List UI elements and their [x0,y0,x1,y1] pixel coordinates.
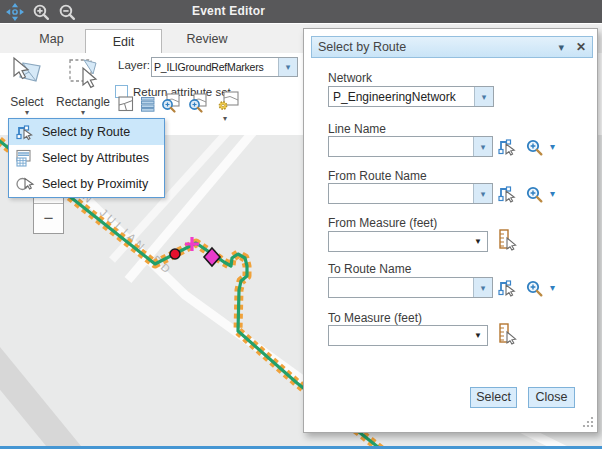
zoom-to-selection-icon[interactable] [160,93,182,113]
from-route-zoom-caret[interactable]: ▾ [550,188,555,199]
menu-item-select-by-attributes[interactable]: Select by Attributes [9,145,164,171]
layer-dropdown[interactable]: ▾ [151,57,298,77]
from-route-zoom-icon[interactable] [526,186,543,203]
close-button[interactable]: Close [528,387,575,408]
zoom-in-icon[interactable] [32,3,50,21]
close-icon[interactable]: ✕ [576,40,586,54]
to-measure-pick-icon[interactable] [498,323,517,346]
select-by-attributes-icon [15,149,35,167]
menu-item-select-by-route[interactable]: Select by Route [9,119,164,145]
layer-label: Layer: [118,59,150,71]
line-zoom-caret[interactable]: ▾ [550,141,555,152]
zoom-out-icon[interactable] [58,3,76,21]
menu-item-label: Select by Route [42,125,130,139]
to-route-zoom-caret[interactable]: ▾ [550,282,555,293]
pan-to-selection-icon[interactable] [187,93,209,113]
from-measure-pick-icon[interactable] [498,229,517,252]
select-by-route-icon [15,123,35,141]
to-measure-dropdown-arrow[interactable]: ▼ [469,326,487,345]
event-editor-window: N JULIAN RD + − Event Editor Map [0,0,602,449]
line-name-dropdown-arrow[interactable]: ▾ [473,137,492,156]
selection-list-icon[interactable] [140,96,156,112]
select-by-route-dialog: Select by Route ▾ ✕ Network ▾ Line Name … [303,28,598,433]
zoom-out-button[interactable]: − [34,203,63,233]
select-tool-button[interactable]: Select ▾ [4,56,50,116]
resize-grip[interactable] [582,416,594,428]
tab-edit[interactable]: Edit [85,29,162,55]
tab-review[interactable]: Review [162,24,252,54]
network-dropdown-arrow[interactable]: ▾ [474,87,493,106]
rectangle-dropdown-caret[interactable]: ▾ [56,109,110,116]
to-route-value[interactable] [329,278,473,297]
titlebar: Event Editor [0,0,602,23]
line-select-on-map-icon[interactable] [497,137,517,157]
red-point-marker [170,249,180,259]
network-dropdown[interactable]: ▾ [328,86,494,107]
select-tool-icon [10,56,44,90]
from-measure-value[interactable] [329,232,469,251]
layer-dropdown-value[interactable] [152,58,278,76]
to-route-label: To Route Name [328,262,411,276]
to-measure-label: To Measure (feet) [328,311,422,325]
tab-map[interactable]: Map [18,24,85,54]
menu-item-label: Select by Proximity [42,177,148,191]
dialog-header[interactable]: Select by Route ▾ ✕ [311,36,593,58]
from-route-label: From Route Name [328,169,427,183]
to-measure-dropdown[interactable]: ▼ [328,325,488,346]
menu-item-label: Select by Attributes [42,151,149,165]
dialog-title: Select by Route [318,40,558,54]
to-route-select-on-map-icon[interactable] [497,278,517,298]
select-dropdown-caret[interactable]: ▾ [4,109,50,116]
line-name-value[interactable] [329,137,473,156]
rectangle-tool-button[interactable]: Rectangle ▾ [56,56,110,116]
selection-options-icon[interactable] [218,91,240,111]
network-value[interactable] [329,87,474,106]
from-route-dropdown-arrow[interactable]: ▾ [473,184,492,203]
select-by-proximity-icon [15,175,35,193]
collapse-icon[interactable]: ▾ [558,41,564,54]
from-measure-dropdown[interactable]: ▼ [328,231,488,252]
layer-dropdown-arrow[interactable]: ▾ [278,58,297,76]
app-title: Event Editor [192,4,265,18]
from-route-dropdown[interactable]: ▾ [328,183,493,204]
to-route-dropdown-arrow[interactable]: ▾ [473,278,492,297]
from-route-select-on-map-icon[interactable] [497,184,517,204]
from-measure-label: From Measure (feet) [328,216,437,230]
select-features-icon[interactable] [118,96,134,112]
selection-options-caret[interactable]: ▾ [223,115,227,122]
road-wide [0,350,75,449]
line-name-dropdown[interactable]: ▾ [328,136,493,157]
line-name-label: Line Name [328,122,386,136]
to-route-dropdown[interactable]: ▾ [328,277,493,298]
pan-icon[interactable] [6,3,24,21]
select-tool-label: Select [4,95,50,109]
from-route-value[interactable] [329,184,473,203]
rectangle-tool-label: Rectangle [56,95,110,109]
to-measure-value[interactable] [329,326,469,345]
select-tool-menu: Select by Route Select by Attributes Sel… [8,118,165,198]
menu-item-select-by-proximity[interactable]: Select by Proximity [9,171,164,197]
to-route-zoom-icon[interactable] [526,280,543,297]
select-button[interactable]: Select [470,387,517,408]
line-zoom-icon[interactable] [526,139,543,156]
network-label: Network [328,71,372,85]
rectangle-tool-icon [66,56,100,90]
from-measure-dropdown-arrow[interactable]: ▼ [469,232,487,251]
